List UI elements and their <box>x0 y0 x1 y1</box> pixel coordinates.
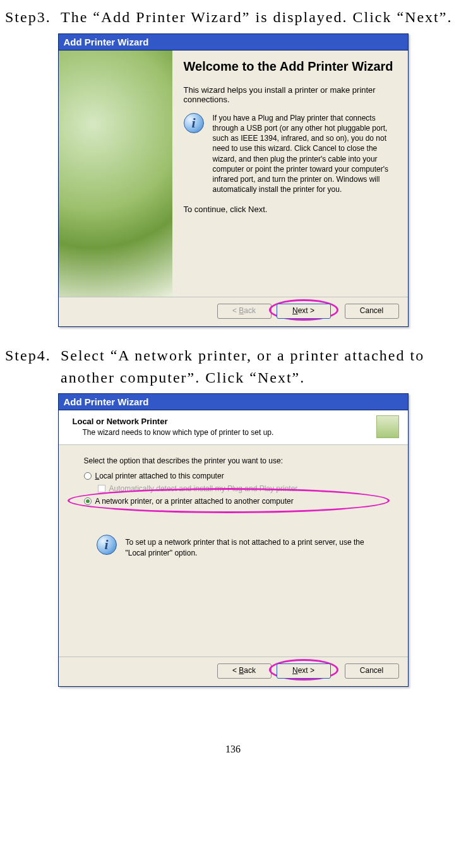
checkbox-auto-detect <box>98 485 105 492</box>
back-button[interactable]: < Back <box>217 304 272 319</box>
dialog1-intro-text: This wizard helps you install a printer … <box>184 85 399 104</box>
dialog1-side-graphic <box>59 51 172 297</box>
next-button[interactable]: Next > <box>277 663 331 679</box>
dialog1-titlebar: Add Printer Wizard <box>59 34 408 51</box>
dialog2-header-sub: The wizard needs to know which type of p… <box>83 428 397 437</box>
back-accel: B <box>239 666 244 675</box>
dialog2-body: Local or Network Printer The wizard need… <box>59 410 408 657</box>
figure-step3: Add Printer Wizard Welcome to the Add Pr… <box>5 33 461 327</box>
dialog1-content: Welcome to the Add Printer Wizard This w… <box>172 51 408 297</box>
back-button[interactable]: < Back <box>217 663 272 679</box>
step3-row: Step3. The “Add Printer Wizard” is displ… <box>5 6 461 28</box>
add-printer-wizard-dialog-2: Add Printer Wizard Local or Network Prin… <box>58 393 409 687</box>
next-button[interactable]: Next > <box>277 304 331 319</box>
info-icon: i <box>184 113 204 133</box>
option-auto-label: Automatically detect and install my Plug… <box>109 484 298 493</box>
dialog2-header-title: Local or Network Printer <box>73 417 397 426</box>
dialog1-continue-text: To continue, click Next. <box>184 205 399 214</box>
local-accel: L <box>95 472 100 480</box>
dialog2-note-text: To set up a network printer that is not … <box>126 537 383 557</box>
figure-step4: Add Printer Wizard Local or Network Prin… <box>5 393 461 687</box>
dialog2-titlebar: Add Printer Wizard <box>59 394 408 410</box>
page-number: 136 <box>5 744 461 755</box>
step3-text: The “Add Printer Wizard” is displayed. C… <box>61 6 461 28</box>
dialog1-button-bar: < Back Next > Cancel <box>59 297 408 326</box>
radio-local[interactable] <box>84 472 92 480</box>
cancel-button[interactable]: Cancel <box>345 663 399 679</box>
option-network-printer[interactable]: A network printer, or a printer attached… <box>84 497 383 506</box>
dialog2-note-block: i To set up a network printer that is no… <box>97 535 383 557</box>
dialog1-info-text: If you have a Plug and Play printer that… <box>213 113 399 195</box>
back-accel: B <box>239 306 244 315</box>
dialog1-welcome-heading: Welcome to the Add Printer Wizard <box>184 59 399 74</box>
step3-label: Step3. <box>5 6 61 28</box>
auto-accel: A <box>109 484 114 493</box>
printer-icon <box>376 415 399 438</box>
option-network-label: A network printer, or a printer attached… <box>95 497 294 506</box>
cancel-button[interactable]: Cancel <box>345 304 399 319</box>
info-icon: i <box>97 535 117 555</box>
step4-label: Step4. <box>5 345 61 389</box>
next-accel: N <box>292 666 298 675</box>
option-local-label: Local printer attached to this computer <box>95 472 224 480</box>
radio-network[interactable] <box>84 497 92 505</box>
dialog2-header: Local or Network Printer The wizard need… <box>59 410 408 445</box>
add-printer-wizard-dialog-1: Add Printer Wizard Welcome to the Add Pr… <box>58 33 409 327</box>
dialog1-info-block: i If you have a Plug and Play printer th… <box>184 113 399 195</box>
next-accel: N <box>292 306 298 315</box>
step4-text: Select “A network printer, or a printer … <box>61 345 461 389</box>
option-auto-detect: Automatically detect and install my Plug… <box>98 484 383 493</box>
option-local-printer[interactable]: Local printer attached to this computer <box>84 472 383 480</box>
step4-row: Step4. Select “A network printer, or a p… <box>5 345 461 389</box>
dialog2-prompt: Select the option that describes the pri… <box>84 456 383 465</box>
dialog2-content: Select the option that describes the pri… <box>59 445 408 657</box>
dialog1-body: Welcome to the Add Printer Wizard This w… <box>59 51 408 297</box>
dialog2-button-bar: < Back Next > Cancel <box>59 657 408 686</box>
